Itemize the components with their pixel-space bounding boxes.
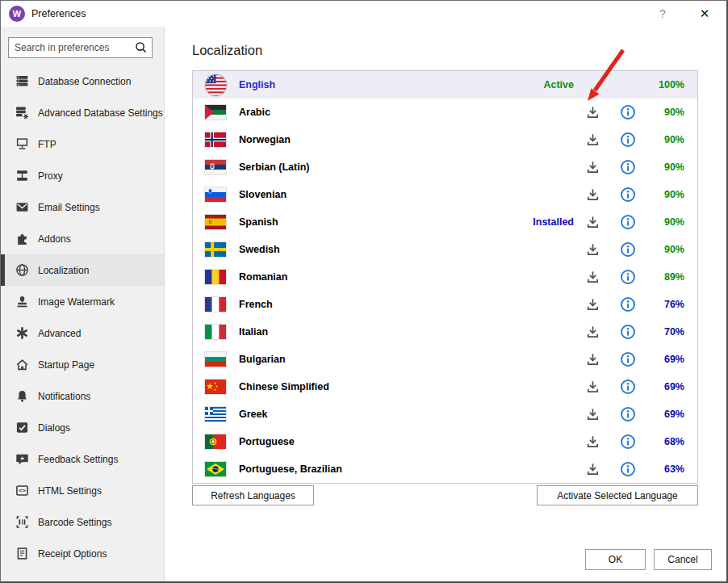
language-row-french[interactable]: French 76% (193, 291, 697, 318)
info-icon[interactable] (612, 351, 644, 367)
sidebar-item-barcode-settings[interactable]: Barcode Settings (1, 506, 164, 538)
puzzle-icon (15, 232, 29, 245)
language-row-bulgarian[interactable]: Bulgarian 69% (193, 346, 697, 373)
sidebar-item-receipt-options[interactable]: Receipt Options (1, 538, 164, 569)
portugal-flag-icon (203, 434, 228, 449)
info-icon[interactable] (612, 379, 644, 395)
language-row-portuguese[interactable]: Portuguese 68% (193, 428, 697, 455)
language-percent: 76% (644, 299, 697, 310)
us-circle-flag-icon (203, 73, 228, 97)
slovenia-flag-icon (203, 187, 228, 202)
barcode-icon (15, 515, 29, 529)
sidebar-item-label: Image Watermark (38, 296, 115, 308)
sidebar-item-feedback-settings[interactable]: ★ Feedback Settings (1, 443, 164, 475)
sidebar-item-label: Barcode Settings (38, 517, 111, 528)
language-row-italian[interactable]: Italian 70% (193, 318, 697, 346)
language-status: Active (479, 79, 574, 90)
info-icon[interactable] (612, 406, 644, 422)
language-row-norwegian[interactable]: Norwegian 90% (193, 126, 697, 153)
language-name: Bulgarian (239, 354, 479, 365)
download-icon[interactable] (574, 297, 612, 312)
language-name: English (239, 79, 479, 90)
language-name: French (239, 299, 479, 310)
ftp-icon (15, 137, 29, 151)
language-row-greek[interactable]: Greek 69% (193, 401, 697, 428)
language-percent: 69% (644, 381, 697, 392)
sidebar-item-addons[interactable]: Addons (1, 223, 164, 254)
info-icon[interactable] (612, 104, 644, 120)
info-icon[interactable] (612, 269, 644, 285)
ok-button[interactable]: OK (585, 549, 646, 570)
download-icon[interactable] (574, 462, 612, 477)
sidebar-item-email-settings[interactable]: Email Settings (1, 191, 164, 223)
sidebar-nav: Database Connection Advanced Database Se… (1, 65, 164, 569)
language-row-arabic[interactable]: Arabic 90% (193, 99, 697, 126)
download-icon[interactable] (574, 352, 612, 367)
spain-flag-icon (203, 215, 228, 229)
info-icon[interactable] (612, 296, 644, 312)
language-percent: 70% (644, 326, 697, 338)
info-icon[interactable] (612, 132, 644, 148)
sidebar-item-label: Startup Page (38, 359, 94, 371)
search-input[interactable] (8, 37, 153, 58)
sidebar-item-dialogs[interactable]: Dialogs (1, 412, 164, 443)
info-icon[interactable] (612, 324, 644, 340)
info-icon[interactable] (612, 187, 644, 203)
language-row-chinese-simplified[interactable]: ★★★★ Chinese Simplified 69% (193, 373, 697, 401)
language-row-serbian-latin[interactable]: Serbian (Latin) 90% (193, 153, 697, 181)
info-icon[interactable] (612, 241, 644, 258)
sidebar-item-advanced[interactable]: Advanced (1, 317, 164, 349)
language-percent: 90% (644, 189, 697, 200)
language-row-spanish[interactable]: Spanish Installed 90% (193, 208, 697, 236)
sidebar-item-label: Advanced Database Settings (38, 107, 163, 119)
language-row-english[interactable]: English Active 100% (193, 71, 697, 99)
cancel-button[interactable]: Cancel (654, 549, 712, 570)
info-icon[interactable] (612, 434, 644, 450)
download-icon[interactable] (574, 242, 612, 258)
language-percent: 63% (644, 463, 697, 475)
language-name: Spanish (239, 216, 479, 228)
info-icon[interactable] (612, 159, 644, 175)
sidebar-item-notifications[interactable]: Notifications (1, 380, 164, 412)
feedback-icon: ★ (15, 452, 29, 466)
download-icon[interactable] (574, 407, 612, 422)
sidebar-item-startup-page[interactable]: Startup Page (1, 349, 164, 380)
sidebar-item-html-settings[interactable]: <> HTML Settings (1, 475, 164, 506)
language-row-romanian[interactable]: Romanian 89% (193, 263, 697, 291)
language-row-swedish[interactable]: Swedish 90% (193, 236, 697, 263)
sidebar-item-image-watermark[interactable]: Image Watermark (1, 286, 164, 317)
download-icon[interactable] (574, 160, 612, 175)
titlebar: W Preferences ? ✕ (1, 1, 726, 27)
sidebar-item-label: FTP (38, 139, 56, 150)
sidebar-item-ftp[interactable]: FTP (1, 128, 164, 160)
info-icon[interactable] (612, 214, 644, 230)
language-row-portuguese-brazilian[interactable]: Portuguese, Brazilian 63% (193, 455, 697, 483)
sidebar-item-database-connection[interactable]: Database Connection (1, 65, 164, 97)
sweden-flag-icon (203, 242, 228, 257)
download-icon[interactable] (574, 325, 612, 340)
sidebar-item-proxy[interactable]: Proxy (1, 160, 164, 191)
language-status: Installed (479, 216, 574, 228)
info-icon[interactable] (612, 461, 644, 477)
close-button[interactable]: ✕ (692, 2, 717, 26)
download-icon[interactable] (574, 434, 612, 450)
download-icon[interactable] (574, 380, 612, 395)
language-name: Portuguese (239, 436, 479, 447)
download-icon[interactable] (574, 187, 612, 203)
download-icon[interactable] (574, 105, 612, 120)
language-percent: 90% (644, 244, 697, 255)
activate-language-button[interactable]: Activate Selected Language (537, 485, 698, 505)
sidebar-item-localization[interactable]: Localization (1, 254, 164, 286)
language-list: English Active 100% Arabic 90% Norwegian… (192, 70, 698, 484)
sidebar-item-advanced-database-settings[interactable]: Advanced Database Settings (1, 97, 164, 128)
language-name: Serbian (Latin) (239, 161, 479, 173)
download-icon[interactable] (574, 132, 612, 148)
download-icon[interactable] (574, 215, 612, 230)
download-icon[interactable] (574, 270, 612, 285)
help-button[interactable]: ? (651, 2, 675, 26)
language-percent: 90% (644, 107, 697, 118)
main-panel: Localization English Active 100% Arabic … (165, 27, 726, 581)
language-row-slovenian[interactable]: Slovenian 90% (193, 181, 697, 208)
language-percent: 69% (644, 409, 697, 420)
refresh-languages-button[interactable]: Refresh Languages (192, 485, 314, 505)
